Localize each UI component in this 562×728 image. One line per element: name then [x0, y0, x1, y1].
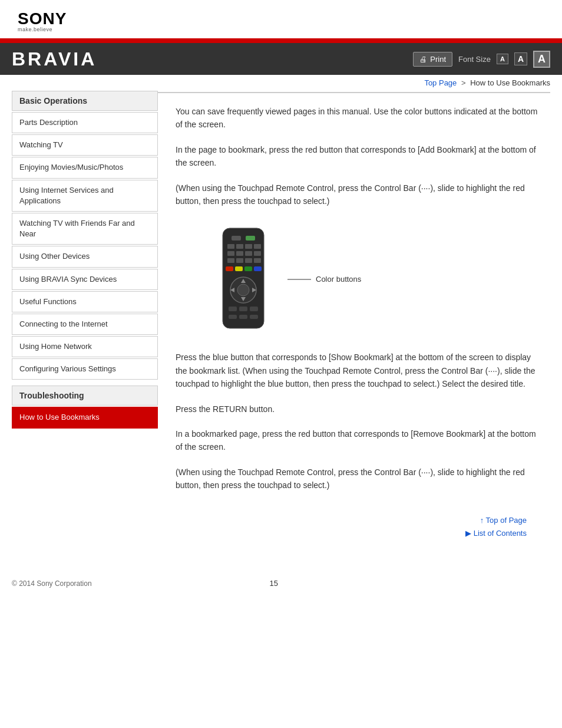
svg-rect-15 [226, 266, 233, 271]
page-number: 15 [92, 579, 456, 588]
svg-rect-11 [227, 258, 234, 263]
svg-rect-10 [254, 251, 261, 256]
svg-rect-14 [254, 258, 261, 263]
page-footer: © 2014 Sony Corporation 15 [0, 573, 562, 594]
sidebar-item-how-to-use-bookmarks[interactable]: How to Use Bookmarks [12, 407, 158, 428]
breadcrumb: Top Page > How to Use Bookmarks [0, 75, 562, 91]
sidebar-item-connecting-internet[interactable]: Connecting to the Internet [12, 314, 158, 335]
svg-rect-4 [236, 244, 243, 249]
list-of-contents-link[interactable]: ▶ List of Contents [465, 529, 527, 538]
svg-rect-18 [254, 266, 262, 271]
sony-tagline: make.believe [18, 27, 67, 32]
top-bar: SONY make.believe [0, 0, 562, 38]
svg-rect-25 [229, 307, 237, 311]
svg-rect-30 [250, 315, 258, 319]
footer-links: ↑ Top of Page ▶ List of Contents [176, 509, 538, 543]
svg-rect-29 [239, 315, 247, 319]
svg-rect-6 [254, 244, 261, 249]
font-large-button[interactable]: A [533, 51, 550, 68]
sidebar-item-watching-tv-friends[interactable]: Watching TV with Friends Far and Near [12, 213, 158, 245]
svg-rect-26 [239, 307, 247, 311]
sidebar-item-parts-description[interactable]: Parts Description [12, 112, 158, 133]
svg-rect-3 [227, 244, 234, 249]
breadcrumb-current-page: How to Use Bookmarks [470, 78, 550, 87]
svg-rect-9 [245, 251, 252, 256]
sidebar-item-bravia-sync[interactable]: Using BRAVIA Sync Devices [12, 269, 158, 290]
red-accent-bar [0, 38, 562, 43]
sony-logo: SONY make.believe [18, 11, 67, 32]
sidebar: Basic Operations Parts Description Watch… [12, 91, 158, 555]
breadcrumb-separator: > [461, 78, 466, 87]
sidebar-item-home-network[interactable]: Using Home Network [12, 336, 158, 357]
bravia-controls: 🖨 Print Font Size A A A [413, 51, 550, 68]
content-para-5: Press the RETURN button. [176, 403, 538, 416]
svg-rect-7 [227, 251, 234, 256]
bravia-title: BRAVIA [12, 48, 97, 70]
bravia-header-bar: BRAVIA 🖨 Print Font Size A A A [0, 43, 562, 75]
print-icon: 🖨 [419, 55, 427, 64]
svg-rect-27 [250, 307, 258, 311]
sidebar-item-useful-functions[interactable]: Useful Functions [12, 291, 158, 312]
svg-rect-28 [229, 315, 237, 319]
top-of-page-link-container: ↑ Top of Page [187, 515, 527, 525]
copyright-text: © 2014 Sony Corporation [12, 579, 92, 588]
content-para-6: In a bookmarked page, press the red butt… [176, 427, 538, 454]
svg-rect-16 [235, 266, 243, 271]
sidebar-section-troubleshooting[interactable]: Troubleshooting [12, 386, 158, 406]
sidebar-item-watching-tv[interactable]: Watching TV [12, 134, 158, 156]
main-layout: Basic Operations Parts Description Watch… [0, 91, 562, 567]
sidebar-item-configuring-settings[interactable]: Configuring Various Settings [12, 358, 158, 380]
remote-svg [211, 225, 276, 333]
font-small-button[interactable]: A [497, 54, 508, 64]
sidebar-divider [12, 381, 158, 386]
content-para-7: (When using the Touchpad Remote Control,… [176, 466, 538, 492]
font-medium-button[interactable]: A [514, 52, 527, 65]
content-para-4: Press the blue button that corresponds t… [176, 351, 538, 390]
color-buttons-callout: Color buttons [287, 275, 361, 284]
content-para-1: You can save frequently viewed pages in … [176, 105, 538, 131]
font-size-label: Font Size [458, 55, 491, 64]
svg-rect-2 [246, 236, 255, 241]
svg-rect-17 [244, 266, 252, 271]
svg-rect-8 [236, 251, 243, 256]
sony-text: SONY [18, 11, 67, 27]
print-button[interactable]: 🖨 Print [413, 52, 452, 67]
sidebar-item-enjoying-movies[interactable]: Enjoying Movies/Music/Photos [12, 157, 158, 178]
color-buttons-label-container: Color buttons [287, 275, 361, 284]
svg-rect-12 [236, 258, 243, 263]
color-buttons-label: Color buttons [316, 275, 361, 284]
svg-rect-13 [245, 258, 252, 263]
remote-illustration-area: Color buttons [211, 225, 538, 333]
sidebar-item-using-other-devices[interactable]: Using Other Devices [12, 246, 158, 267]
breadcrumb-top-page-link[interactable]: Top Page [424, 78, 457, 87]
content-area: You can save frequently viewed pages in … [158, 92, 550, 555]
content-para-3: (When using the Touchpad Remote Control,… [176, 182, 538, 208]
svg-point-20 [237, 284, 249, 296]
top-of-page-link[interactable]: ↑ Top of Page [480, 516, 527, 525]
sidebar-section-basic-operations[interactable]: Basic Operations [12, 91, 158, 111]
svg-rect-5 [245, 244, 252, 249]
list-of-contents-link-container: ▶ List of Contents [187, 528, 527, 538]
content-para-2: In the page to bookmark, press the red b… [176, 143, 538, 170]
sidebar-item-using-internet[interactable]: Using Internet Services and Applications [12, 180, 158, 212]
svg-rect-1 [232, 236, 241, 241]
